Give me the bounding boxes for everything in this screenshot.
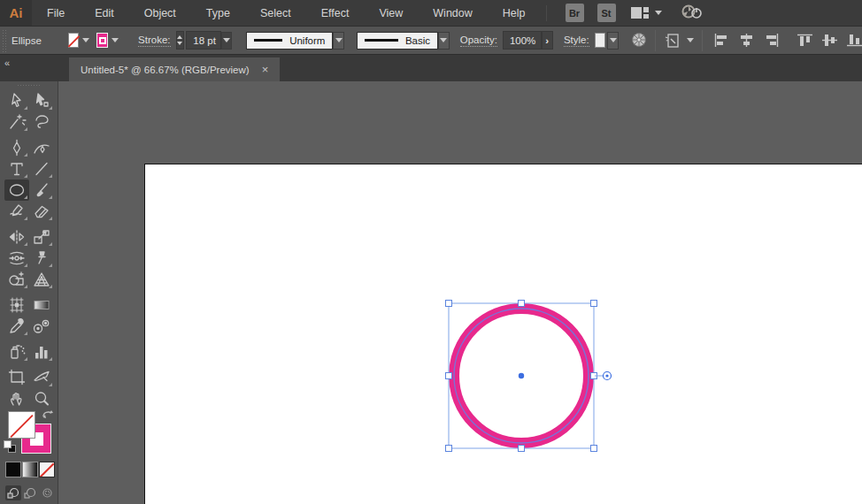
scale-tool[interactable] (29, 226, 54, 248)
width-profile-chevron[interactable] (333, 32, 344, 50)
line-segment-tool[interactable] (29, 158, 54, 179)
align-vertical-center-icon[interactable] (822, 34, 837, 47)
brush-definition-dropdown[interactable]: Basic (357, 32, 438, 50)
width-profile-dropdown[interactable]: Uniform (246, 32, 333, 50)
type-tool[interactable] (4, 158, 29, 179)
opacity-field[interactable]: 100% (503, 31, 542, 50)
eraser-tool[interactable] (29, 201, 54, 222)
style-label[interactable]: Style: (564, 34, 589, 47)
draw-normal-button[interactable] (5, 485, 21, 500)
align-horizontal-left-icon[interactable] (714, 34, 729, 47)
app-logo: Ai (0, 0, 32, 26)
close-icon[interactable]: × (262, 64, 269, 75)
document-tab[interactable]: Untitled-5* @ 66.67% (RGB/Preview) × (69, 57, 280, 81)
style-swatch[interactable] (595, 33, 606, 48)
workspace-switcher[interactable] (630, 6, 662, 19)
default-fill-stroke-button[interactable] (4, 440, 18, 454)
handle-top-right[interactable] (591, 301, 597, 307)
canvas-area[interactable] (58, 81, 862, 504)
gradient-tool[interactable] (29, 294, 54, 316)
opacity-panel-arrow[interactable]: › (542, 31, 553, 50)
menu-type[interactable]: Type (191, 0, 245, 26)
none-button[interactable] (39, 462, 55, 477)
chevron-down-icon[interactable] (112, 38, 119, 42)
magic-wand-tool[interactable] (4, 111, 29, 133)
draw-inside-icon (41, 487, 53, 499)
menu-edit[interactable]: Edit (80, 0, 129, 26)
toolbar-grip[interactable] (17, 84, 42, 88)
none-fill-icon (10, 414, 33, 437)
align-vertical-top-icon[interactable] (797, 34, 812, 47)
pen-tool[interactable] (4, 137, 29, 158)
control-bar: Ellipse Stroke: 18 pt Uniform Basic Opac… (0, 26, 862, 55)
stroke-weight-field[interactable]: 18 pt (186, 31, 220, 50)
center-anchor[interactable] (519, 373, 524, 378)
menu-file[interactable]: File (32, 0, 80, 26)
flyout-indicator (49, 383, 52, 386)
width-tool[interactable] (4, 248, 29, 269)
handle-middle-left[interactable] (446, 373, 452, 379)
handle-bottom-right[interactable] (591, 446, 597, 452)
gradient-button[interactable] (22, 462, 38, 477)
swap-fill-stroke-button[interactable] (41, 408, 54, 424)
shape-builder-tool[interactable] (4, 269, 29, 290)
handle-top-center[interactable] (519, 301, 525, 307)
handle-bottom-center[interactable] (519, 446, 525, 452)
color-button[interactable] (5, 462, 21, 477)
bridge-button[interactable]: Br (566, 4, 584, 22)
perspective-grid-tool[interactable] (29, 269, 54, 290)
stroke-weight-dropdown[interactable] (221, 32, 233, 50)
direct-selection-tool[interactable] (29, 90, 54, 111)
align-horizontal-center-icon[interactable] (739, 34, 754, 47)
blend-tool[interactable] (29, 316, 54, 337)
eyedropper-tool[interactable] (4, 316, 29, 337)
menu-view[interactable]: View (364, 0, 418, 26)
draw-inside-button[interactable] (39, 485, 55, 500)
menu-window[interactable]: Window (418, 0, 487, 26)
artboard-tool[interactable] (4, 367, 29, 388)
hand-tool[interactable] (4, 388, 29, 409)
brush-definition-chevron[interactable] (438, 32, 450, 50)
handle-bottom-left[interactable] (446, 446, 452, 452)
zoom-tool[interactable] (29, 388, 54, 409)
stroke-weight-stepper[interactable] (176, 31, 185, 50)
controlbar-grip[interactable] (2, 29, 6, 52)
stroke-color-swatch[interactable] (96, 33, 108, 48)
menu-effect[interactable]: Effect (306, 0, 365, 26)
selected-shape[interactable] (58, 81, 862, 504)
column-graph-tool[interactable] (29, 341, 54, 363)
opacity-label[interactable]: Opacity: (460, 34, 497, 47)
fill-proxy-swatch[interactable] (8, 411, 35, 439)
draw-behind-button[interactable] (22, 485, 38, 500)
selection-type-label: Ellipse (12, 35, 42, 46)
style-chevron[interactable] (607, 32, 619, 50)
gpu-performance-button[interactable] (680, 3, 703, 24)
lasso-tool[interactable] (29, 111, 54, 133)
shaper-tool[interactable] (4, 201, 29, 222)
paintbrush-tool[interactable] (29, 179, 54, 201)
stock-button[interactable]: St (597, 4, 616, 22)
uniform-profile-icon (254, 39, 282, 42)
stroke-label[interactable]: Stroke: (138, 34, 170, 47)
menu-select[interactable]: Select (245, 0, 306, 26)
collapse-panels-button[interactable]: « (4, 57, 9, 68)
menu-help[interactable]: Help (488, 0, 541, 26)
chevron-down-icon[interactable] (82, 38, 89, 42)
menu-object[interactable]: Object (129, 0, 191, 26)
ellipse-tool[interactable] (4, 179, 29, 201)
handle-top-left[interactable] (446, 301, 452, 307)
align-vertical-bottom-icon[interactable] (847, 34, 862, 47)
rotate-reflect-tool[interactable] (4, 226, 29, 248)
slice-tool[interactable] (29, 367, 54, 388)
flyout-indicator (24, 357, 27, 361)
selection-tool[interactable] (4, 90, 29, 111)
mesh-tool[interactable] (4, 294, 29, 316)
recolor-artwork-button[interactable] (631, 32, 647, 50)
puppet-warp-tool[interactable] (29, 248, 54, 269)
flyout-indicator (24, 195, 27, 199)
select-similar-button[interactable] (664, 32, 694, 50)
curvature-tool[interactable] (29, 137, 54, 158)
align-horizontal-right-icon[interactable] (764, 34, 779, 47)
symbol-sprayer-tool[interactable] (4, 341, 29, 363)
fill-color-swatch[interactable] (68, 33, 80, 48)
